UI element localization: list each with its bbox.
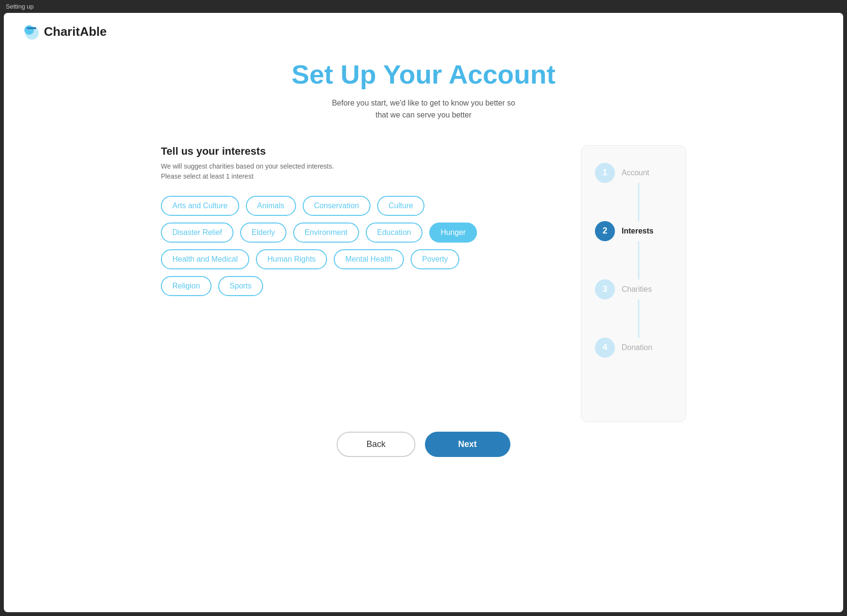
tags-container: Arts and CultureAnimalsConservationCultu… (161, 196, 486, 296)
interest-tag-hunger[interactable]: Hunger (429, 223, 477, 243)
main-window: CharitAble Set Up Your Account Before yo… (4, 13, 843, 612)
svg-point-1 (24, 25, 34, 35)
content-area: Tell us your interests We will suggest c… (161, 145, 686, 422)
main-content: Set Up Your Account Before you start, we… (4, 50, 843, 612)
back-button[interactable]: Back (337, 432, 415, 457)
interest-tag-arts-and-culture[interactable]: Arts and Culture (161, 196, 239, 216)
title-bar-label: Setting up (6, 3, 34, 10)
step-item-donation: 4Donation (595, 338, 672, 358)
next-button[interactable]: Next (425, 432, 510, 457)
interest-tag-animals[interactable]: Animals (246, 196, 296, 216)
step-circle-2: 3 (595, 279, 615, 299)
step-circle-1: 2 (595, 221, 615, 241)
interest-tag-disaster-relief[interactable]: Disaster Relief (161, 223, 233, 243)
logo: CharitAble (23, 22, 824, 41)
left-panel: Tell us your interests We will suggest c… (161, 145, 562, 296)
interest-tag-conservation[interactable]: Conservation (303, 196, 371, 216)
interest-tag-human-rights[interactable]: Human Rights (256, 249, 327, 269)
step-item-interests: 2Interests (595, 221, 672, 241)
bottom-bar: Back Next (32, 422, 815, 471)
interest-tag-culture[interactable]: Culture (377, 196, 425, 216)
title-bar: Setting up (0, 0, 847, 13)
interest-tag-sports[interactable]: Sports (218, 276, 263, 296)
step-circle-3: 4 (595, 338, 615, 358)
interest-tag-poverty[interactable]: Poverty (411, 249, 459, 269)
interest-tag-mental-health[interactable]: Mental Health (334, 249, 404, 269)
app-header: CharitAble (4, 13, 843, 50)
step-item-account: 1Account (595, 163, 672, 183)
step-item-charities: 3Charities (595, 279, 672, 299)
interest-tag-health-and-medical[interactable]: Health and Medical (161, 249, 249, 269)
step-label-interests: Interests (622, 227, 654, 235)
step-label-donation: Donation (622, 343, 652, 352)
logo-text: CharitAble (44, 24, 106, 39)
step-label-charities: Charities (622, 285, 652, 294)
interests-title: Tell us your interests (161, 145, 562, 158)
interest-tag-environment[interactable]: Environment (293, 223, 359, 243)
step-connector-1 (638, 241, 639, 279)
interest-tag-education[interactable]: Education (366, 223, 423, 243)
stepper-panel: 1Account2Interests3Charities4Donation (581, 145, 686, 422)
step-connector-0 (638, 183, 639, 221)
svg-rect-2 (27, 27, 36, 29)
step-circle-0: 1 (595, 163, 615, 183)
interest-tag-religion[interactable]: Religion (161, 276, 212, 296)
step-connector-2 (638, 299, 639, 338)
interest-tag-elderly[interactable]: Elderly (240, 223, 286, 243)
page-subtitle: Before you start, we'd like to get to kn… (332, 97, 515, 121)
logo-icon (23, 22, 41, 41)
step-label-account: Account (622, 169, 649, 177)
interests-desc: We will suggest charities based on your … (161, 161, 562, 181)
page-title: Set Up Your Account (292, 60, 556, 89)
